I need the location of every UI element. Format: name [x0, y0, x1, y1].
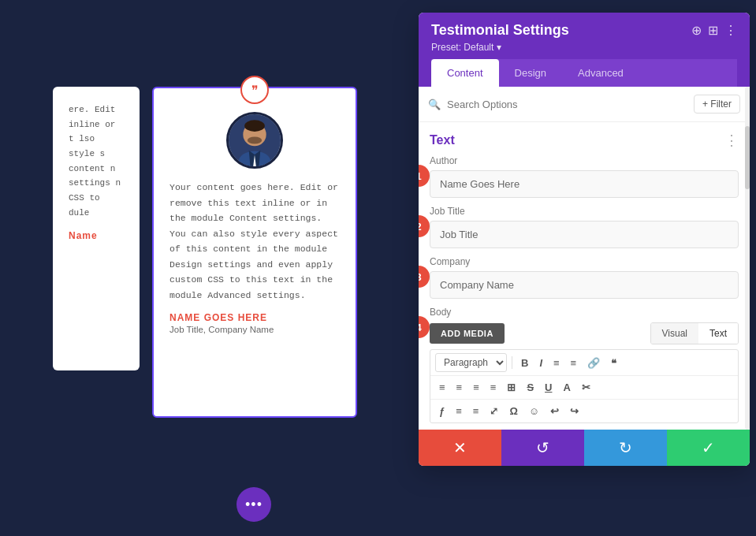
align-left-button[interactable]: ≡: [435, 379, 449, 396]
card-job-company: Job Title, Company Name: [169, 325, 340, 334]
align-center-button[interactable]: ≡: [452, 379, 467, 396]
left-card-text: ere. Edit inline or t lso style s conten…: [69, 102, 124, 221]
active-testimonial-card: ❞ Your c: [152, 87, 357, 418]
svg-point-3: [244, 120, 265, 132]
panel-body: 🔍 + Filter Text ⋮ 1 Author 2 Job Title: [419, 87, 750, 430]
special-char-button[interactable]: Ω: [505, 403, 521, 419]
search-row: 🔍 + Filter: [419, 87, 750, 122]
scissors-button[interactable]: ✂: [578, 379, 594, 396]
toolbar-row-1: Paragraph B I ≡ ≡ 🔗 ❝: [430, 350, 738, 376]
floating-dots-button[interactable]: •••: [236, 487, 271, 522]
italic-button[interactable]: I: [535, 355, 546, 371]
undo-button[interactable]: ↺: [501, 430, 584, 466]
field-company-wrapper: 3 Company: [419, 256, 750, 307]
font-button[interactable]: ƒ: [435, 403, 449, 419]
panel-header: Testimonial Settings ⊕ ⊞ ⋮ Preset: Defau…: [419, 13, 750, 87]
field-jobtitle-group: Job Title: [419, 206, 750, 256]
left-author-name: Name: [69, 230, 124, 241]
blockquote-button[interactable]: ❝: [607, 355, 620, 371]
section-header: Text ⋮: [419, 122, 750, 155]
preset-row[interactable]: Preset: Default ▾: [431, 42, 737, 59]
editor-toolbar: Paragraph B I ≡ ≡ 🔗 ❝ ≡ ≡ ≡ ≡: [430, 349, 739, 423]
field-jobtitle-wrapper: 2 Job Title: [419, 206, 750, 256]
author-label: Author: [430, 155, 739, 166]
indent-button[interactable]: ≡: [452, 403, 466, 419]
save-button[interactable]: ✓: [667, 430, 750, 466]
toolbar-sep-1: [512, 356, 512, 369]
section-more-icon[interactable]: ⋮: [724, 132, 739, 149]
fullscreen-button[interactable]: ⤢: [486, 403, 502, 419]
search-icon: 🔍: [428, 99, 441, 110]
avatar-container: [169, 112, 340, 169]
emoji-button[interactable]: ☺: [525, 403, 543, 419]
action-bar: ✕ ↺ ↻ ✓: [419, 430, 750, 466]
toolbar-row-3: ƒ ≡ ≡ ⤢ Ω ☺ ↩ ↪: [430, 400, 738, 422]
field-company-group: Company: [419, 256, 750, 307]
panel-title: Testimonial Settings: [431, 22, 569, 39]
tabs-row: Content Design Advanced: [431, 59, 737, 87]
card-body-text: Your content goes here. Edit or remove t…: [169, 180, 340, 303]
bold-button[interactable]: B: [517, 355, 532, 371]
unordered-list-button[interactable]: ≡: [549, 355, 564, 371]
underline-button[interactable]: U: [541, 379, 556, 396]
preset-arrow-icon: ▾: [497, 42, 501, 53]
panel-title-row: Testimonial Settings ⊕ ⊞ ⋮: [431, 22, 737, 39]
text-color-button[interactable]: A: [559, 379, 574, 396]
table-button[interactable]: ⊞: [503, 379, 520, 396]
settings-panel: Testimonial Settings ⊕ ⊞ ⋮ Preset: Defau…: [419, 13, 750, 466]
cancel-button[interactable]: ✕: [419, 430, 501, 466]
scroll-thumb[interactable]: [745, 126, 750, 189]
tab-design[interactable]: Design: [499, 59, 562, 87]
ordered-list-button[interactable]: ≡: [567, 355, 581, 371]
jobtitle-label: Job Title: [430, 206, 739, 217]
section-title: Text: [430, 133, 455, 147]
text-button[interactable]: Text: [698, 323, 738, 344]
strikethrough-button[interactable]: S: [523, 379, 538, 396]
left-testimonial-card: ere. Edit inline or t lso style s conten…: [53, 87, 140, 370]
link-button[interactable]: 🔗: [583, 355, 604, 371]
undo-editor-button[interactable]: ↩: [546, 403, 563, 419]
align-justify-button[interactable]: ≡: [486, 379, 501, 396]
avatar-svg: [229, 112, 281, 169]
canvas-area: ere. Edit inline or t lso style s conten…: [0, 0, 410, 536]
avatar: [226, 112, 283, 169]
redo-button[interactable]: ↻: [584, 430, 667, 466]
quote-icon: ❞: [251, 83, 259, 98]
body-label: Body: [430, 307, 739, 318]
search-input[interactable]: [447, 99, 687, 110]
company-label: Company: [430, 256, 739, 267]
filter-button[interactable]: + Filter: [694, 95, 740, 114]
card-author: NAME GOES HERE: [169, 312, 340, 323]
more-icon[interactable]: ⋮: [724, 23, 737, 38]
quote-badge: ❞: [240, 76, 269, 104]
svg-point-4: [248, 136, 262, 143]
align-right-button[interactable]: ≡: [469, 379, 483, 396]
paragraph-select[interactable]: Paragraph: [435, 353, 507, 372]
body-section-wrapper: 4 Body ADD MEDIA Visual Text Paragraph: [419, 307, 750, 430]
toolbar-row-2: ≡ ≡ ≡ ≡ ⊞ S U A ✂: [430, 376, 738, 400]
tab-content[interactable]: Content: [431, 59, 499, 87]
jobtitle-input[interactable]: [430, 221, 739, 248]
field-author-wrapper: 1 Author: [419, 155, 750, 206]
preset-label: Preset: Default: [431, 42, 493, 53]
outdent-button[interactable]: ≡: [469, 403, 483, 419]
field-author-group: Author: [419, 155, 750, 206]
copy-icon[interactable]: ⊕: [691, 23, 702, 38]
add-media-row: ADD MEDIA Visual Text: [430, 322, 739, 344]
visual-button[interactable]: Visual: [651, 323, 698, 344]
redo-editor-button[interactable]: ↪: [566, 403, 583, 419]
scroll-track: [745, 87, 750, 430]
visual-text-toggle: Visual Text: [650, 322, 739, 344]
tab-advanced[interactable]: Advanced: [562, 59, 639, 87]
grid-icon[interactable]: ⊞: [708, 23, 718, 38]
company-input[interactable]: [430, 271, 739, 299]
body-section: Body ADD MEDIA Visual Text Paragraph: [419, 307, 750, 430]
author-input[interactable]: [430, 170, 739, 198]
panel-header-icons: ⊕ ⊞ ⋮: [691, 23, 737, 38]
add-media-button[interactable]: ADD MEDIA: [430, 323, 505, 344]
